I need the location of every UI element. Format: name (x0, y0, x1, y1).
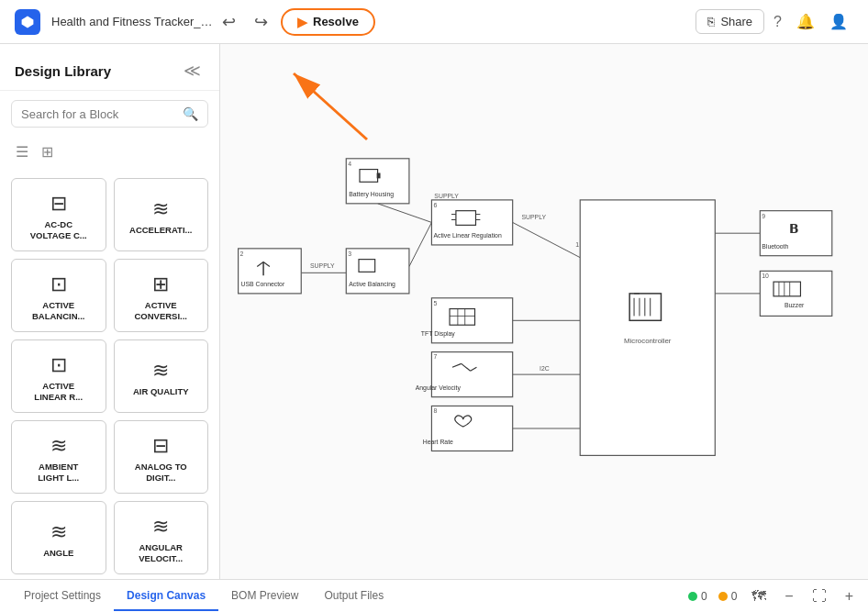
sidebar-header: Design Library ≪ (0, 44, 219, 91)
svg-rect-58 (580, 200, 715, 455)
block-icon-angle: ≋ (50, 520, 67, 544)
header: Health and Fitness Tracker_COP... ↩ ↪ ▶ … (0, 0, 868, 44)
svg-line-3 (378, 204, 432, 223)
svg-text:1: 1 (575, 241, 579, 248)
svg-text:Microcontroller: Microcontroller (624, 337, 672, 345)
svg-text:3: 3 (348, 250, 351, 257)
resolve-label: Resolve (313, 15, 359, 28)
main-layout: Design Library ≪ 🔍 ☰ ⊞ ⊟ AC-DCVOLTAGE C.… (0, 44, 868, 579)
block-grid: ⊟ AC-DCVOLTAGE C... ≋ ACCELERATI... ⊡ AC… (0, 171, 219, 579)
svg-line-6 (409, 222, 432, 266)
block-label-ac-dc: AC-DCVOLTAGE C... (30, 219, 87, 242)
block-label-ambient: AMBIENTLIGHT L... (38, 462, 79, 484)
block-item-active-lin[interactable]: ⊡ ACTIVELINEAR R... (11, 339, 106, 413)
svg-text:Bluetooth: Bluetooth (762, 243, 788, 250)
svg-marker-0 (22, 16, 34, 28)
share-icon: ⎘ (707, 15, 715, 28)
svg-text:9: 9 (762, 213, 765, 219)
canvas-area[interactable]: SUPPLY SUPPLY I2C UART GPIO 1 SUPPLY (220, 44, 868, 579)
svg-text:Active Balancing: Active Balancing (349, 281, 395, 288)
app-logo (15, 9, 40, 35)
undo-button[interactable]: ↩ (217, 6, 241, 38)
svg-text:Heart Rate: Heart Rate (423, 439, 453, 445)
account-button[interactable]: 👤 (824, 7, 853, 36)
block-icon-active-bal: ⊡ (50, 273, 67, 296)
zoom-out-button[interactable]: − (781, 584, 796, 608)
block-icon-active-lin: ⊡ (50, 353, 67, 377)
search-input[interactable] (21, 107, 177, 121)
svg-text:I2C: I2C (540, 365, 550, 372)
block-label-active-lin: ACTIVELINEAR R... (34, 381, 83, 404)
block-icon-accel: ≋ (152, 197, 169, 221)
tab-output-files[interactable]: Output Files (311, 582, 396, 611)
sidebar: Design Library ≪ 🔍 ☰ ⊞ ⊟ AC-DCVOLTAGE C.… (0, 44, 220, 579)
block-item-analog-dig[interactable]: ⊟ ANALOG TODIGIT... (114, 420, 209, 494)
help-button[interactable]: ? (768, 8, 787, 36)
svg-text:USB Connector: USB Connector (241, 281, 285, 287)
green-count: 0 (701, 590, 707, 603)
project-title: Health and Fitness Tracker_COP... (51, 15, 217, 28)
block-item-active-bal[interactable]: ⊡ ACTIVEBALANCIN... (11, 259, 106, 332)
block-item-ang-vel[interactable]: ≋ ANGULARVELOCIT... (114, 501, 209, 574)
svg-text:10: 10 (762, 273, 769, 279)
svg-rect-70 (760, 271, 831, 316)
green-status: 0 (688, 590, 707, 603)
block-label-analog-dig: ANALOG TODIGIT... (135, 462, 187, 484)
block-label-active-conv: ACTIVECONVERSI... (134, 300, 187, 323)
map-button[interactable]: 🗺 (748, 584, 770, 608)
block-item-accel[interactable]: ≋ ACCELERATI... (114, 178, 209, 251)
svg-text:Angular Velocity: Angular Velocity (416, 384, 462, 392)
collapse-sidebar-button[interactable]: ≪ (180, 59, 205, 83)
green-dot (688, 592, 697, 601)
svg-text:8: 8 (433, 407, 437, 414)
search-box: 🔍 (11, 100, 208, 128)
svg-text:Buzzer: Buzzer (785, 302, 805, 308)
header-right: ⎘ Share ? 🔔 👤 (696, 7, 853, 36)
svg-text:2: 2 (240, 250, 244, 257)
block-label-accel: ACCELERATI... (129, 225, 192, 236)
search-icon: 🔍 (183, 106, 198, 121)
block-icon-ambient: ≋ (50, 434, 67, 458)
svg-line-7 (513, 222, 581, 257)
share-button[interactable]: ⎘ Share (696, 9, 764, 34)
play-icon: ▶ (297, 15, 307, 29)
resolve-button[interactable]: ▶ Resolve (281, 8, 375, 36)
tab-bom-preview[interactable]: BOM Preview (218, 582, 311, 611)
fit-button[interactable]: ⛶ (808, 584, 830, 608)
tab-project-settings[interactable]: Project Settings (11, 582, 114, 611)
tab-design-canvas[interactable]: Design Canvas (114, 582, 218, 611)
zoom-in-button[interactable]: + (841, 584, 857, 608)
svg-rect-22 (377, 172, 381, 178)
svg-text:SUPPLY: SUPPLY (310, 262, 335, 269)
bottom-bar: Project Settings Design Canvas BOM Previ… (0, 579, 868, 612)
svg-text:SUPPLY: SUPPLY (434, 193, 459, 199)
sidebar-title: Design Library (15, 63, 111, 79)
block-label-angle: ANGLE (43, 548, 73, 559)
svg-text:𝗕: 𝗕 (789, 222, 799, 236)
block-item-ambient[interactable]: ≋ AMBIENTLIGHT L... (11, 420, 106, 494)
list-view-button[interactable]: ☰ (13, 140, 31, 163)
svg-text:SUPPLY: SUPPLY (521, 214, 546, 220)
redo-button[interactable]: ↪ (249, 6, 273, 38)
block-item-air-qual[interactable]: ≋ AIR QUALITY (114, 339, 209, 413)
block-icon-analog-dig: ⊟ (152, 434, 169, 458)
svg-text:5: 5 (433, 300, 437, 306)
svg-text:4: 4 (348, 161, 351, 167)
svg-text:Active Linear Regulation: Active Linear Regulation (433, 232, 502, 239)
svg-text:6: 6 (433, 202, 437, 208)
block-icon-ang-vel: ≋ (152, 515, 169, 539)
view-toggle: ☰ ⊞ (0, 137, 219, 167)
block-label-active-bal: ACTIVEBALANCIN... (32, 300, 85, 323)
yellow-status: 0 (718, 590, 738, 603)
yellow-dot (718, 592, 728, 601)
block-item-active-conv[interactable]: ⊞ ACTIVECONVERSI... (114, 259, 209, 332)
block-label-ang-vel: ANGULARVELOCIT... (139, 542, 183, 565)
svg-text:7: 7 (433, 353, 437, 360)
block-label-air-qual: AIR QUALITY (133, 386, 189, 397)
design-canvas-svg: SUPPLY SUPPLY I2C UART GPIO 1 SUPPLY (220, 44, 868, 579)
grid-view-button[interactable]: ⊞ (39, 140, 56, 163)
block-item-ac-dc[interactable]: ⊟ AC-DCVOLTAGE C... (11, 178, 106, 251)
bottom-right: 0 0 🗺 − ⛶ + (688, 584, 857, 608)
notifications-button[interactable]: 🔔 (791, 7, 820, 36)
block-item-angle[interactable]: ≋ ANGLE (11, 501, 106, 574)
